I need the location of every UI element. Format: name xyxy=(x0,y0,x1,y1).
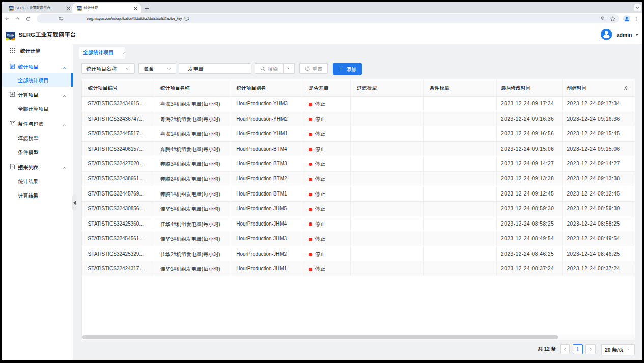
svg-text:ERG: ERG xyxy=(7,33,14,36)
svg-text:ERG: ERG xyxy=(77,7,82,9)
svg-text:ERG: ERG xyxy=(9,6,14,9)
